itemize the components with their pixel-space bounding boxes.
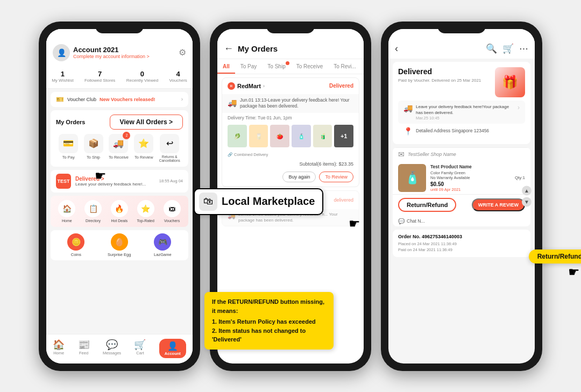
feedback-text: Leave your delivery feedback here!Your p… — [416, 104, 514, 116]
feedback-row[interactable]: 🚚 Leave your delivery feedback here!Your… — [398, 101, 525, 124]
yellow-callout-box: If the RETURN/REFUND button missing, it … — [204, 292, 334, 350]
lm-status: delivered — [334, 197, 353, 203]
menu-vouchers[interactable]: 🎟 Vouchers — [164, 200, 181, 223]
stat-vouchers: 4 Vouchers — [169, 70, 187, 83]
product-thumb-1: 🥬 — [228, 125, 247, 147]
vouchers-icon: 🎟 — [164, 200, 181, 217]
nav-account-icon: 👤 — [165, 341, 181, 351]
combined-label: Combined Delivery — [234, 152, 268, 157]
feedback-arrow: › — [518, 104, 520, 111]
chat-row[interactable]: 💬 Chat N... — [393, 216, 530, 226]
product-more: +1 — [334, 125, 353, 147]
buy-again-button[interactable]: Buy again — [282, 172, 316, 182]
gift-box-image: 🎁 — [495, 67, 525, 97]
order-placed: Placed on 24 Mar 2021 11:36:49 — [398, 241, 525, 247]
p3-search-icon[interactable]: 🔍 — [486, 43, 497, 54]
menu-directory[interactable]: 📋 Directory — [84, 200, 102, 223]
topay-label: To Pay — [59, 155, 78, 160]
nav-account[interactable]: 👤 Account — [159, 339, 186, 358]
shop-name-redmart: R RedMart › — [228, 82, 265, 90]
orders-tabs: All To Pay To Ship To Receive To Revi... — [217, 59, 364, 74]
surprise-egg-item[interactable]: 🥚 Surprise Egg — [108, 233, 131, 257]
tab-toship-label: To Ship — [267, 63, 285, 69]
order-paid: Paid on 24 Mar 2021 11:36:49 — [398, 247, 525, 253]
seller-row: ✉ TestSeller Shop Name — [393, 147, 530, 161]
return-refund-button[interactable]: Return/Refund — [398, 198, 456, 212]
tab-toreceive[interactable]: To Receive — [291, 59, 328, 74]
address-row: 📍 Detailed Address Singapore 123456 — [398, 124, 525, 139]
delivered-card[interactable]: TEST Delivered > Leave your delivery fee… — [51, 170, 188, 193]
order-info: Order No. 496275346140003 Placed on 24 M… — [393, 230, 530, 258]
view-all-orders-button[interactable]: View All Orders > — [110, 115, 183, 130]
p3-more-icon[interactable]: ⋯ — [519, 43, 528, 54]
coins-icon: 🪙 — [67, 233, 84, 251]
name-block: Account 2021 Complete my account informa… — [73, 46, 150, 59]
nav-messages-icon: 💬 — [103, 339, 121, 351]
delivered-time: 18:55 Aug 04 — [159, 179, 183, 183]
tab-topay[interactable]: To Pay — [235, 59, 263, 74]
voucher-new-label: New Vouchers released! — [100, 97, 155, 102]
yellow-point-2: 2. Item status has not changed to 'Deliv… — [212, 326, 326, 344]
tracking-text: Jun.01 13:13-Leave your delivery feedbac… — [240, 97, 353, 110]
tab-toship[interactable]: To Ship — [262, 59, 290, 74]
order1-tracking: 🚚 Jun.01 13:13-Leave your delivery feedb… — [222, 94, 359, 113]
voucher-club-banner[interactable]: 🎫 Voucher Club New Vouchers released! › — [51, 92, 188, 107]
order-icon-toreceive[interactable]: 🚚 2 To Receive — [109, 134, 129, 162]
nav-messages[interactable]: 💬 Messages — [103, 339, 121, 358]
local-marketplace-callout: 🛍 Local Marketplace — [194, 188, 323, 215]
nav-home-label: Home — [53, 351, 65, 355]
followed-count: 7 — [84, 70, 115, 78]
toprated-icon: ⭐ — [137, 200, 154, 217]
order-icon-topay[interactable]: 💳 To Pay — [59, 134, 78, 162]
account-name: Account 2021 — [73, 46, 150, 54]
delivered-title: Delivered > — [75, 176, 155, 182]
menu-hotdeals[interactable]: 🔥 Hot Deals — [111, 200, 128, 223]
p3-top-icons: 🔍 🛒 ⋯ — [486, 43, 528, 54]
tab-all[interactable]: All — [217, 59, 235, 74]
nav-home[interactable]: 🏠 Home — [53, 339, 65, 358]
account-header: 👤 Account 2021 Complete my account infor… — [46, 29, 193, 67]
to-review-button[interactable]: To Review — [319, 172, 353, 182]
product-thumb-5: 🧃 — [313, 125, 332, 147]
p3-back-icon[interactable]: ‹ — [395, 43, 481, 54]
vouchers-label: Vouchers — [169, 78, 187, 83]
notch-2 — [266, 22, 315, 33]
gear-icon[interactable]: ⚙ — [179, 47, 186, 58]
p3-delivered-sub: Paid by Voucher. Delivered on 25 Mar 202… — [398, 78, 491, 83]
nav-cart[interactable]: 🛒 Cart — [134, 339, 146, 358]
delivered-main-card: Delivered Paid by Voucher. Delivered on … — [393, 62, 530, 144]
product-thumb-2: 🥛 — [249, 125, 268, 147]
p3-cart-icon[interactable]: 🛒 — [502, 43, 514, 54]
topay-icon-box: 💳 — [59, 134, 78, 153]
nav-feed[interactable]: 📰 Feed — [78, 339, 90, 358]
chat-icon: 💬 — [398, 218, 405, 224]
coins-item[interactable]: 🪙 Coins — [67, 233, 84, 257]
menu-home[interactable]: 🏠 Home — [58, 200, 75, 223]
p3-topbar: ‹ 🔍 🛒 ⋯ — [388, 29, 535, 59]
lazgame-icon: 🎮 — [154, 233, 171, 251]
seller-icon: ✉ — [398, 150, 405, 159]
lazgame-item[interactable]: 🎮 LazGame — [154, 233, 172, 257]
toreview-icon-box: ⭐ — [134, 134, 153, 153]
write-review-button[interactable]: WRITE A REVIEW — [472, 198, 525, 211]
nav-cart-label: Cart — [134, 351, 146, 355]
order1-status: Delivered — [329, 83, 353, 89]
directory-label: Directory — [84, 219, 102, 223]
stat-viewed: 0 Recently Viewed — [126, 70, 158, 83]
phone-1: 👤 Account 2021 Complete my account infor… — [39, 22, 200, 371]
back-icon[interactable]: ← — [224, 43, 233, 54]
product-color: Color Family:Green — [430, 170, 511, 175]
order-icon-toreview[interactable]: ⭐ To Review — [134, 134, 153, 162]
delivered-top-row: Delivered Paid by Voucher. Delivered on … — [398, 67, 525, 97]
toreview-label: To Review — [134, 155, 153, 160]
home-icon: 🏠 — [58, 200, 75, 217]
scroll-down-arrow[interactable]: ▼ — [522, 197, 532, 206]
pin-icon: 📍 — [403, 127, 413, 136]
subtotal: Subtotal(6 items): $23.35 — [222, 159, 359, 169]
order-icon-returns[interactable]: ↩ Returns &Cancellations — [159, 134, 180, 162]
order-icon-toship[interactable]: 📦 To Ship — [84, 134, 103, 162]
scroll-up-arrow[interactable]: ▲ — [522, 186, 532, 195]
menu-toprated[interactable]: ⭐ Top-Rated — [137, 200, 154, 223]
tab-toreview[interactable]: To Revi... — [328, 59, 362, 74]
account-subtitle: Complete my account information > — [73, 54, 150, 59]
